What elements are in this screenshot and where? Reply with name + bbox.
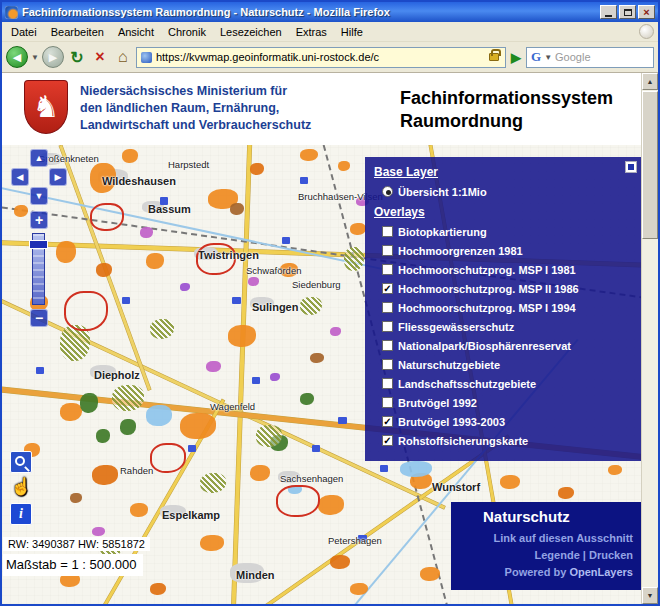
menu-item-hilfe[interactable]: Hilfe bbox=[334, 23, 370, 41]
overlay-checkbox[interactable] bbox=[382, 321, 393, 332]
map-overlay-patch bbox=[122, 149, 138, 163]
map-overlay-patch bbox=[36, 367, 44, 374]
overlay-label[interactable]: Brutvögel 1992 bbox=[398, 397, 477, 409]
link-legende[interactable]: Legende bbox=[535, 549, 580, 561]
map-place-label: Bassum bbox=[148, 203, 191, 215]
scroll-up-button[interactable]: ▲ bbox=[642, 73, 658, 90]
map-overlay-patch bbox=[350, 223, 366, 235]
pan-left-button[interactable]: ◀ bbox=[11, 168, 29, 186]
overlay-label[interactable]: Biotopkartierung bbox=[398, 226, 487, 238]
url-bar[interactable]: https://kvwmap.geoinformatik.uni-rostock… bbox=[136, 47, 506, 68]
overlay-label[interactable]: Rohstoffsicherungskarte bbox=[398, 435, 528, 447]
link-ausschnitt[interactable]: Link auf diesen Ausschnitt bbox=[493, 532, 633, 544]
overlay-checkbox[interactable] bbox=[382, 340, 393, 351]
overlay-list: BiotopkartierungHochmoorgrenzen 1981Hoch… bbox=[374, 222, 639, 450]
overlays-heading: Overlays bbox=[374, 205, 639, 219]
lower-saxony-coat-of-arms: ♞ bbox=[24, 80, 68, 134]
link-drucken[interactable]: Drucken bbox=[589, 549, 633, 561]
base-layer-row: Übersicht 1:1Mio bbox=[374, 182, 639, 201]
map-overlay-patch bbox=[96, 429, 110, 443]
map-overlay-patch bbox=[300, 297, 322, 315]
map-overlay-patch bbox=[80, 393, 98, 413]
overlay-label[interactable]: Hochmoorschutzprog. MSP I 1994 bbox=[398, 302, 576, 314]
overlay-checkbox[interactable] bbox=[382, 245, 393, 256]
maximize-button[interactable] bbox=[619, 5, 636, 19]
overlay-checkbox[interactable]: ✓ bbox=[382, 416, 393, 427]
overlay-checkbox[interactable] bbox=[382, 359, 393, 370]
home-button[interactable]: ⌂ bbox=[113, 46, 133, 68]
layer-switcher-panel: Base Layer Übersicht 1:1Mio Overlays Bio… bbox=[365, 157, 641, 461]
zoom-out-button[interactable]: − bbox=[30, 309, 48, 327]
overlay-label[interactable]: Hochmoorschutzprog. MSP I 1981 bbox=[398, 264, 576, 276]
overlay-checkbox[interactable]: ✓ bbox=[382, 283, 393, 294]
menu-item-bearbeiten[interactable]: Bearbeiten bbox=[44, 23, 111, 41]
overlay-label[interactable]: Landschaftsschutzgebiete bbox=[398, 378, 536, 390]
scroll-down-button[interactable]: ▼ bbox=[642, 587, 658, 604]
pan-down-button[interactable]: ▼ bbox=[30, 187, 48, 205]
link-separator: | bbox=[583, 549, 586, 561]
forward-button[interactable]: ▶ bbox=[42, 46, 64, 68]
menu-item-extras[interactable]: Extras bbox=[289, 23, 334, 41]
map-overlay-patch bbox=[206, 361, 221, 372]
go-button[interactable]: ▶ bbox=[509, 50, 523, 65]
search-box[interactable]: G ▼ Google bbox=[526, 47, 654, 68]
base-layer-label[interactable]: Übersicht 1:1Mio bbox=[398, 186, 487, 198]
close-icon: × bbox=[643, 7, 649, 18]
minimize-button[interactable] bbox=[600, 5, 617, 19]
overlay-label[interactable]: Hochmoorgrenzen 1981 bbox=[398, 245, 523, 257]
overlay-checkbox[interactable]: ✓ bbox=[382, 435, 393, 446]
map-overlay-patch bbox=[256, 425, 282, 447]
map-overlay-patch bbox=[150, 583, 166, 595]
layer-switcher-minimize-button[interactable] bbox=[625, 161, 637, 173]
map-canvas[interactable]: GroßenknetenWildeshausenHarpstedtBassumB… bbox=[2, 145, 641, 604]
overlay-checkbox[interactable] bbox=[382, 226, 393, 237]
overlay-checkbox[interactable] bbox=[382, 264, 393, 275]
search-engine-dropdown-icon[interactable]: ▼ bbox=[544, 53, 552, 62]
vertical-scrollbar[interactable]: ▲ ▼ bbox=[641, 73, 658, 604]
overlay-checkbox[interactable] bbox=[382, 302, 393, 313]
history-dropdown-icon[interactable]: ▼ bbox=[31, 53, 39, 62]
menu-item-ansicht[interactable]: Ansicht bbox=[111, 23, 161, 41]
map-overlay-patch bbox=[180, 413, 216, 439]
overlay-checkbox[interactable] bbox=[382, 397, 393, 408]
map-overlay-patch bbox=[282, 237, 290, 244]
stop-button[interactable]: × bbox=[90, 46, 110, 68]
overlay-label[interactable]: Brutvögel 1993-2003 bbox=[398, 416, 505, 428]
map-overlay-patch bbox=[344, 247, 364, 271]
info-tool[interactable]: i bbox=[10, 503, 32, 525]
map-overlay-patch bbox=[500, 475, 520, 489]
overlay-row: ✓Brutvögel 1993-2003 bbox=[374, 412, 639, 431]
map-overlay-patch bbox=[180, 283, 190, 291]
overlay-checkbox[interactable] bbox=[382, 378, 393, 389]
pan-right-button[interactable]: ▶ bbox=[49, 168, 67, 186]
minimize-icon bbox=[605, 15, 612, 17]
close-button[interactable]: × bbox=[638, 5, 655, 19]
scrollbar-thumb[interactable] bbox=[642, 91, 658, 239]
pan-up-button[interactable]: ▲ bbox=[30, 149, 48, 167]
page-title-line2: Raumordnung bbox=[400, 110, 613, 133]
overlay-label[interactable]: Nationalpark/Biosphärenreservat bbox=[398, 340, 571, 352]
reload-button[interactable]: ↻ bbox=[67, 46, 87, 68]
overlay-label[interactable]: Naturschutzgebiete bbox=[398, 359, 500, 371]
zoom-in-button[interactable]: + bbox=[30, 211, 48, 229]
map-overlay-patch bbox=[250, 465, 270, 481]
overlay-label[interactable]: Fliessgewässerschutz bbox=[398, 321, 514, 333]
browser-window: Fachinformationssystem Raumordnung - Nat… bbox=[0, 0, 660, 606]
menu-item-chronik[interactable]: Chronik bbox=[161, 23, 213, 41]
base-layer-radio[interactable] bbox=[382, 186, 393, 197]
link-openlayers[interactable]: OpenLayers bbox=[569, 566, 633, 578]
info-icon: i bbox=[19, 506, 23, 522]
panel-title: Naturschutz bbox=[459, 508, 633, 525]
menu-item-datei[interactable]: Datei bbox=[4, 23, 44, 41]
map-overlay-patch bbox=[232, 297, 241, 304]
map-place-label: Petershagen bbox=[328, 535, 382, 546]
zoom-slider-handle[interactable] bbox=[29, 240, 48, 249]
back-button[interactable]: ◀ bbox=[6, 46, 28, 68]
menu-item-lesezeichen[interactable]: Lesezeichen bbox=[213, 23, 289, 41]
map-overlay-patch bbox=[276, 485, 320, 517]
zoom-slider-track[interactable] bbox=[32, 233, 45, 305]
zoom-box-tool[interactable] bbox=[10, 451, 32, 473]
overlay-label[interactable]: Hochmoorschutzprog. MSP II 1986 bbox=[398, 283, 579, 295]
hand-icon: ☝ bbox=[10, 476, 31, 497]
pan-hand-tool[interactable]: ☝ bbox=[10, 475, 32, 497]
